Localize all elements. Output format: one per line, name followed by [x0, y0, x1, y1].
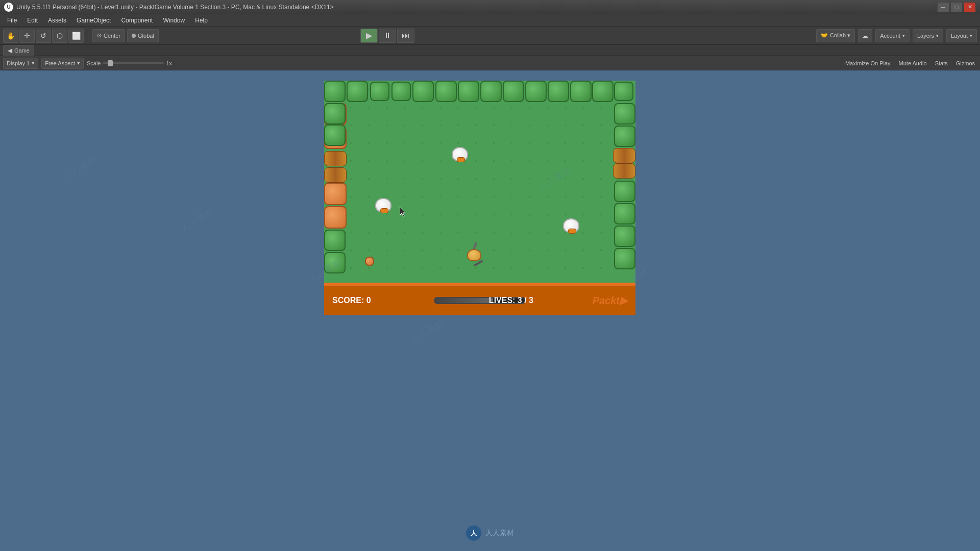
wall-stone-orange	[324, 206, 347, 229]
window-controls: ─ □ ✕	[937, 2, 976, 12]
wall-stone	[347, 81, 368, 102]
transform-tools: ✋ ✛ ↺ ⬡ ⬜	[3, 29, 84, 43]
wall-stone	[458, 81, 479, 102]
game-toolbar: Display 1 ▾ Free Aspect ▾ Scale 1x Maxim…	[0, 56, 980, 70]
menu-gameobject[interactable]: GameObject	[71, 16, 116, 25]
game-viewport: SCORE: 0 LIVES: 3 / 3 Packt▶ 人 人人素材	[0, 70, 980, 551]
wall-stone	[480, 81, 502, 102]
layers-label: Layers	[917, 33, 934, 39]
rotate-tool[interactable]: ↺	[36, 29, 51, 43]
enemy-sprite	[375, 198, 391, 212]
center-toggle[interactable]: ⊙ Center	[92, 29, 125, 42]
layers-arrow: ▾	[936, 33, 939, 38]
wall-stone	[614, 181, 635, 202]
enemy-sprite	[452, 147, 468, 161]
right-controls: 🤝 Collab ▾ ☁ Account ▾ Layers ▾ Layout ▾	[816, 29, 977, 42]
wall-stone	[570, 81, 592, 102]
scale-label: Scale	[87, 60, 101, 66]
layout-label: Layout	[951, 33, 968, 39]
main-toolbar: ✋ ✛ ↺ ⬡ ⬜ ⊙ Center Global ▶ ⏸ ⏭ 🤝 Collab…	[0, 27, 980, 45]
wall-stone	[324, 252, 346, 273]
scale-slider[interactable]	[103, 62, 164, 64]
gizmos-button[interactable]: Gizmos	[954, 59, 977, 67]
account-arrow: ▾	[902, 33, 905, 38]
mute-audio-button[interactable]: Mute Audio	[897, 59, 929, 67]
logo-icon: 人	[466, 525, 481, 541]
minimize-button[interactable]: ─	[937, 2, 949, 12]
wall-stone	[435, 81, 457, 102]
close-button[interactable]: ✕	[964, 2, 976, 12]
logo-text: 人人素材	[485, 529, 514, 538]
game-tab[interactable]: ◀ Game	[3, 45, 34, 56]
game-field	[324, 81, 635, 315]
window-title: Unity 5.5.1f1 Personal (64bit) - Level1.…	[16, 4, 937, 11]
wall-wood	[613, 148, 635, 163]
play-controls: ▶ ⏸ ⏭	[360, 29, 414, 43]
bottom-logo: 人 人人素材	[466, 525, 514, 541]
display-dropdown[interactable]: Display 1 ▾	[3, 58, 38, 69]
wall-stone	[370, 82, 389, 101]
lives-display: LIVES: 3 / 3	[489, 296, 533, 305]
field-pattern	[324, 81, 635, 315]
wall-stone	[324, 81, 346, 102]
account-button[interactable]: Account ▾	[875, 29, 910, 42]
wall-stone	[614, 248, 635, 269]
enemy-3	[563, 218, 579, 233]
hand-tool[interactable]: ✋	[3, 29, 18, 43]
layout-button[interactable]: Layout ▾	[946, 29, 977, 42]
wall-stone	[324, 230, 346, 251]
layers-button[interactable]: Layers ▾	[913, 29, 943, 42]
wall-stone	[592, 81, 614, 102]
global-dot	[132, 34, 136, 38]
wall-stone	[525, 81, 547, 102]
step-button[interactable]: ⏭	[397, 29, 414, 43]
move-tool[interactable]: ✛	[19, 29, 35, 43]
wall-wood	[613, 163, 635, 179]
wall-stone	[503, 81, 524, 102]
collab-icon: 🤝	[821, 32, 828, 39]
menu-assets[interactable]: Assets	[43, 16, 71, 25]
packt-logo: Packt▶	[593, 294, 627, 307]
menu-file[interactable]: File	[2, 16, 22, 25]
scale-group: Scale 1x	[87, 60, 172, 66]
wall-stone	[614, 103, 635, 124]
enemy-sprite	[563, 218, 579, 233]
cloud-button[interactable]: ☁	[858, 29, 872, 42]
player-character	[467, 249, 481, 261]
stats-button[interactable]: Stats	[933, 59, 950, 67]
maximize-on-play-button[interactable]: Maximize On Play	[843, 59, 893, 67]
wall-stone	[324, 124, 346, 146]
cloud-icon: ☁	[862, 32, 869, 40]
hud-bar: SCORE: 0 LIVES: 3 / 3 Packt▶	[324, 286, 635, 315]
enemy-2	[375, 198, 391, 212]
game-right-options: Maximize On Play Mute Audio Stats Gizmos	[843, 59, 977, 67]
wall-stone	[614, 226, 635, 247]
main-area: 人人素材 人人素材 人人素材 人人素材 人人素材 人人素材	[0, 70, 980, 551]
game-tab-label: Game	[14, 47, 30, 54]
play-button[interactable]: ▶	[360, 29, 378, 43]
game-canvas: SCORE: 0 LIVES: 3 / 3 Packt▶	[324, 81, 635, 315]
scale-handle	[108, 60, 113, 66]
maximize-button[interactable]: □	[950, 2, 963, 12]
scale-tool[interactable]: ⬡	[52, 29, 67, 43]
enemy-1	[452, 147, 468, 161]
item-orange-box	[365, 257, 374, 266]
aspect-dropdown[interactable]: Free Aspect ▾	[41, 58, 84, 69]
menu-help[interactable]: Help	[190, 16, 213, 25]
menu-component[interactable]: Component	[116, 16, 158, 25]
pause-button[interactable]: ⏸	[379, 29, 396, 43]
game-panel-header: ◀ Game	[0, 45, 980, 56]
health-fill	[435, 298, 493, 303]
layout-arrow: ▾	[970, 33, 972, 38]
wall-stone	[324, 103, 346, 124]
global-toggle[interactable]: Global	[127, 29, 159, 42]
collab-button[interactable]: 🤝 Collab ▾	[816, 29, 855, 42]
rect-tool[interactable]: ⬜	[68, 29, 84, 43]
center-icon: ⊙	[97, 32, 102, 39]
menu-edit[interactable]: Edit	[22, 16, 43, 25]
title-bar: U Unity 5.5.1f1 Personal (64bit) - Level…	[0, 0, 980, 14]
display-label: Display 1	[7, 60, 30, 66]
menu-bar: File Edit Assets GameObject Component Wi…	[0, 14, 980, 27]
menu-window[interactable]: Window	[158, 16, 190, 25]
aspect-arrow: ▾	[77, 60, 80, 66]
